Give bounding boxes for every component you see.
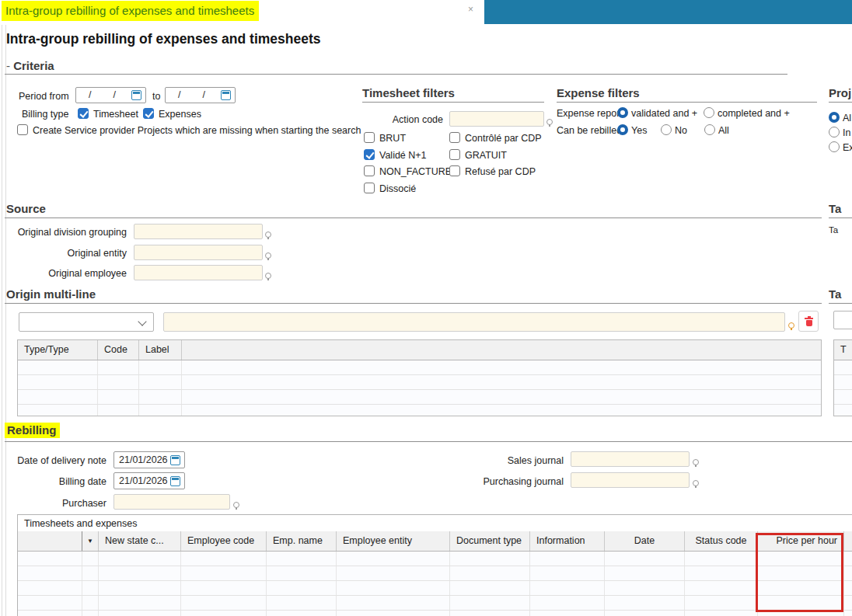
table-row[interactable] — [18, 611, 852, 616]
table-cell[interactable] — [450, 596, 530, 610]
table-row[interactable] — [18, 552, 852, 566]
checkbox-controle-par-cdp[interactable] — [449, 132, 460, 143]
lookup-icon[interactable] — [265, 273, 271, 279]
table-cell[interactable] — [18, 611, 82, 616]
table-cell[interactable] — [685, 581, 758, 595]
purchaser-input[interactable] — [113, 494, 230, 510]
table-cell[interactable] — [99, 611, 181, 616]
table-cell[interactable] — [82, 611, 99, 616]
table-cell[interactable] — [18, 596, 82, 610]
table-cell[interactable] — [98, 360, 139, 374]
calendar-icon[interactable] — [131, 90, 141, 100]
table-cell[interactable] — [82, 581, 99, 595]
table-row[interactable] — [18, 566, 852, 581]
table-row[interactable] — [18, 405, 821, 416]
calendar-icon[interactable] — [170, 476, 180, 486]
table-cell[interactable] — [844, 581, 852, 595]
table-cell[interactable] — [82, 596, 99, 610]
checkbox-create-projects[interactable] — [17, 124, 28, 135]
table-cell[interactable] — [685, 611, 758, 616]
table-cell[interactable] — [267, 596, 337, 610]
table-cell[interactable] — [139, 390, 182, 404]
table-cell[interactable] — [685, 566, 758, 580]
table-cell[interactable] — [450, 566, 530, 580]
table-cell[interactable] — [758, 611, 844, 616]
billing-date-input[interactable]: 21/01/2026 — [113, 472, 185, 489]
table-cell[interactable] — [181, 566, 267, 580]
table-cell[interactable] — [834, 405, 852, 416]
table-cell[interactable] — [530, 611, 605, 616]
checkbox-valide-n1[interactable] — [364, 149, 375, 160]
delete-button[interactable] — [798, 311, 819, 332]
lookup-icon[interactable] — [693, 459, 699, 465]
table-cell[interactable] — [182, 360, 819, 374]
table-cell[interactable] — [758, 596, 844, 610]
lookup-icon[interactable] — [546, 119, 553, 125]
original-division-grouping-input[interactable] — [134, 224, 263, 239]
table-cell[interactable] — [685, 552, 758, 566]
table-cell[interactable] — [605, 552, 685, 566]
table-cell[interactable] — [99, 552, 181, 566]
table-row[interactable] — [834, 360, 852, 375]
radio-projects-all[interactable] — [829, 112, 840, 123]
table-cell[interactable] — [450, 611, 530, 616]
table-cell[interactable] — [98, 405, 139, 416]
radio-rebilled-all[interactable] — [704, 124, 715, 135]
checkbox-gratuit[interactable] — [449, 149, 460, 160]
table-cell[interactable] — [181, 596, 267, 610]
lookup-icon[interactable] — [788, 322, 794, 329]
date-of-delivery-note-input[interactable]: 21/01/2026 — [113, 451, 185, 468]
table-cell[interactable] — [758, 566, 844, 580]
table-cell[interactable] — [139, 360, 182, 374]
radio-rebilled-yes[interactable] — [617, 124, 628, 135]
table-cell[interactable] — [834, 360, 852, 374]
checkbox-expenses[interactable] — [143, 108, 154, 119]
table-cell[interactable] — [685, 596, 758, 610]
table-cell[interactable] — [844, 552, 852, 566]
table-cell[interactable] — [530, 552, 605, 566]
checkbox-timesheet[interactable] — [78, 108, 89, 119]
table-cell[interactable] — [337, 596, 450, 610]
action-code-input[interactable] — [449, 111, 544, 127]
table-cell[interactable] — [18, 566, 82, 580]
table-cell[interactable] — [267, 581, 337, 595]
collapse-toggle-icon[interactable]: - — [6, 59, 10, 72]
target-multiline-input[interactable] — [833, 311, 852, 329]
table-cell[interactable] — [605, 581, 685, 595]
table-cell[interactable] — [82, 566, 99, 580]
original-entity-input[interactable] — [134, 245, 263, 260]
checkbox-non-facture[interactable] — [364, 165, 375, 176]
close-icon[interactable]: × — [468, 4, 473, 15]
calendar-icon[interactable] — [170, 455, 180, 465]
table-cell[interactable] — [98, 375, 139, 389]
table-cell[interactable] — [844, 566, 852, 580]
table-cell[interactable] — [139, 405, 182, 416]
period-to-input[interactable]: / / — [165, 87, 236, 103]
table-cell[interactable] — [337, 611, 450, 616]
origin-search-input[interactable] — [163, 312, 785, 332]
table-row[interactable] — [834, 405, 852, 416]
lookup-icon[interactable] — [693, 480, 699, 486]
table-row[interactable] — [18, 596, 852, 611]
lookup-icon[interactable] — [233, 502, 239, 508]
table-cell[interactable] — [98, 390, 139, 404]
table-cell[interactable] — [99, 596, 181, 610]
table-cell[interactable] — [139, 375, 182, 389]
table-cell[interactable] — [450, 552, 530, 566]
table-cell[interactable] — [18, 360, 98, 374]
radio-completed-and-plus[interactable] — [704, 107, 714, 118]
checkbox-dissocie[interactable] — [364, 183, 375, 193]
table-cell[interactable] — [18, 390, 98, 404]
table-cell[interactable] — [267, 611, 337, 616]
table-cell[interactable] — [267, 566, 337, 580]
table-cell[interactable] — [530, 566, 605, 580]
table-cell[interactable] — [605, 566, 685, 580]
table-cell[interactable] — [18, 375, 98, 389]
table-cell[interactable] — [18, 581, 82, 595]
table-cell[interactable] — [758, 552, 844, 566]
table-cell[interactable] — [337, 566, 450, 580]
table-cell[interactable] — [844, 611, 852, 616]
table-cell[interactable] — [844, 596, 852, 610]
table-row[interactable] — [834, 390, 852, 405]
lookup-icon[interactable] — [265, 231, 271, 238]
